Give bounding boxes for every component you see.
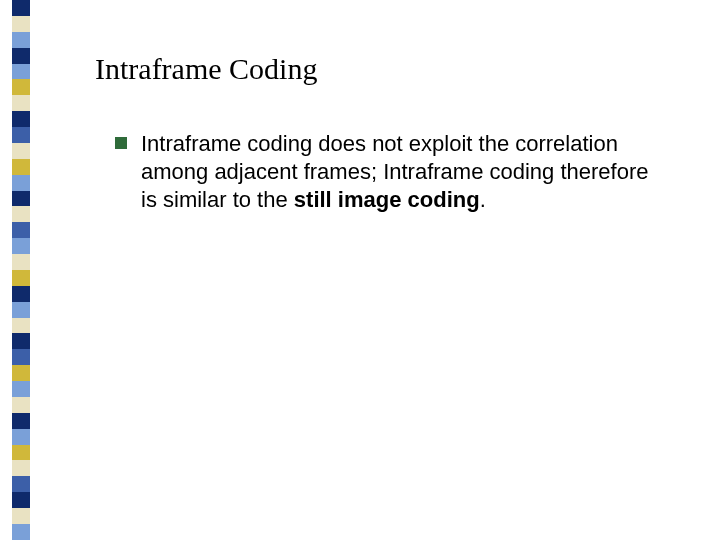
sidebar-segment xyxy=(12,143,30,159)
sidebar-segment xyxy=(12,413,30,429)
sidebar-segment xyxy=(12,365,30,381)
sidebar-segment xyxy=(12,476,30,492)
sidebar-segment xyxy=(12,16,30,32)
sidebar-segment xyxy=(12,381,30,397)
sidebar-segment xyxy=(12,397,30,413)
sidebar-segment xyxy=(12,349,30,365)
sidebar-segment xyxy=(12,32,30,48)
sidebar-segment xyxy=(12,175,30,191)
decorative-sidebar xyxy=(12,0,30,540)
sidebar-segment xyxy=(12,191,30,207)
sidebar-segment xyxy=(12,0,30,16)
sidebar-segment xyxy=(12,111,30,127)
body-bold: still image coding xyxy=(294,187,480,212)
sidebar-segment xyxy=(12,64,30,80)
body-row: Intraframe coding does not exploit the c… xyxy=(115,130,660,214)
sidebar-segment xyxy=(12,445,30,461)
sidebar-segment xyxy=(12,95,30,111)
sidebar-segment xyxy=(12,524,30,540)
sidebar-segment xyxy=(12,159,30,175)
sidebar-segment xyxy=(12,270,30,286)
sidebar-segment xyxy=(12,48,30,64)
slide: Intraframe Coding Intraframe coding does… xyxy=(0,0,720,540)
body-part2: . xyxy=(480,187,486,212)
body-text: Intraframe coding does not exploit the c… xyxy=(141,130,660,214)
bullet-square-icon xyxy=(115,137,127,149)
sidebar-segment xyxy=(12,79,30,95)
sidebar-segment xyxy=(12,127,30,143)
sidebar-segment xyxy=(12,222,30,238)
sidebar-segment xyxy=(12,238,30,254)
sidebar-segment xyxy=(12,302,30,318)
sidebar-segment xyxy=(12,429,30,445)
sidebar-segment xyxy=(12,333,30,349)
sidebar-segment xyxy=(12,508,30,524)
slide-title: Intraframe Coding xyxy=(95,52,317,86)
sidebar-segment xyxy=(12,286,30,302)
sidebar-segment xyxy=(12,318,30,334)
sidebar-segment xyxy=(12,492,30,508)
sidebar-segment xyxy=(12,254,30,270)
sidebar-segment xyxy=(12,460,30,476)
sidebar-segment xyxy=(12,206,30,222)
